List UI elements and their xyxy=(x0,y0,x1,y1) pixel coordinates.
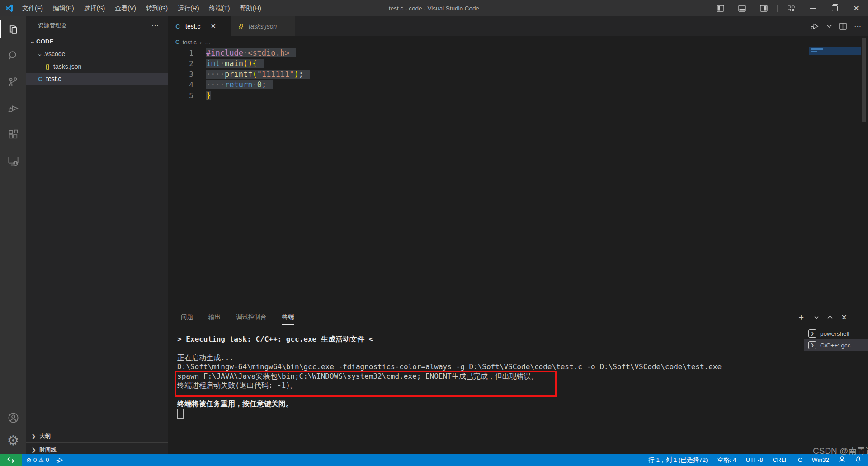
tab-label: test.c xyxy=(185,23,200,30)
tree-item--vscode[interactable]: ⌄.vscode xyxy=(26,48,168,61)
outline-section[interactable]: ❯大纲 xyxy=(26,429,168,443)
menu-item-1[interactable]: 编辑(E) xyxy=(48,0,79,16)
line-number: 4 xyxy=(168,80,193,90)
panel-tab-输出[interactable]: 输出 xyxy=(208,309,221,325)
warning-icon: ⚠ xyxy=(38,457,44,463)
close-tab-icon[interactable]: ✕ xyxy=(210,22,216,30)
terminal-instance-label: C/C++: gcc.... xyxy=(820,342,858,349)
problems-indicator[interactable]: ⊗ 0 ⚠ 0 xyxy=(26,456,49,463)
customize-layout-icon[interactable] xyxy=(782,0,800,16)
layout-sidebar-right-icon[interactable] xyxy=(755,0,773,16)
warning-count: 0 xyxy=(46,456,49,463)
code-line: ····return·0; xyxy=(206,80,273,90)
c-file-icon: C xyxy=(36,76,44,82)
terminal-instance-powershell[interactable]: ❯powershell xyxy=(804,328,868,339)
error-highlight-box xyxy=(175,371,557,397)
chevron-down-icon[interactable] xyxy=(827,24,832,28)
vscode-logo xyxy=(5,4,14,12)
run-c-file-icon[interactable] xyxy=(810,22,820,31)
source-control-icon[interactable] xyxy=(0,69,26,95)
accounts-icon[interactable] xyxy=(0,412,26,424)
bottom-panel: 问题输出调试控制台终端 ＋ ✕ > Executing task: C/C++:… xyxy=(168,309,868,454)
panel-tab-终端[interactable]: 终端 xyxy=(282,309,294,325)
chevron-down-icon: ⌄ xyxy=(28,38,38,44)
terminal-instance-label: powershell xyxy=(820,330,849,337)
terminal-icon: ❯ xyxy=(808,341,816,349)
run-debug-icon[interactable] xyxy=(0,95,26,121)
explorer-sidebar: 资源管理器 ⋯ ⌄CODE⌄.vscode{}tasks.jsonCtest.c… xyxy=(26,16,168,454)
editor-group: Ctest.c✕{}tasks.json ⋯ C test.c › … 1234… xyxy=(168,16,868,309)
tree-item-label: CODE xyxy=(36,38,54,45)
code-editor[interactable]: 12345#include·<stdio.h>int·main(){····pr… xyxy=(168,48,868,309)
minimap-selection[interactable] xyxy=(809,47,861,55)
terminal-list: ❯powershell❯C/C++: gcc.... xyxy=(804,328,868,438)
restore-button[interactable] xyxy=(826,0,844,16)
tree-item-CODE[interactable]: ⌄CODE xyxy=(26,35,168,48)
settings-gear-icon[interactable]: ⚙ xyxy=(0,434,26,447)
code-line: } xyxy=(206,90,211,101)
layout-sidebar-left-icon[interactable] xyxy=(711,0,729,16)
chevron-right-icon: › xyxy=(200,39,202,46)
terminal-instance-C-C-gcc-[interactable]: ❯C/C++: gcc.... xyxy=(804,339,868,351)
close-panel-icon[interactable]: ✕ xyxy=(841,313,847,322)
status-item-0[interactable]: 行 1，列 1 (已选择72) xyxy=(648,456,708,464)
menu-item-7[interactable]: 帮助(H) xyxy=(235,0,266,16)
watermark: CSDN @南青说 xyxy=(813,445,868,457)
breadcrumb-more[interactable]: … xyxy=(205,39,211,46)
breadcrumb-file[interactable]: test.c xyxy=(183,39,197,46)
feedback-person-icon[interactable] xyxy=(839,456,845,464)
line-number: 3 xyxy=(168,69,193,80)
json-file-icon: {} xyxy=(237,23,245,29)
timeline-label: 时间线 xyxy=(39,446,57,454)
tab-tasks-json[interactable]: {}tasks.json xyxy=(231,16,295,36)
status-item-1[interactable]: 空格: 4 xyxy=(717,456,736,464)
error-icon: ⊗ xyxy=(26,457,32,463)
c-file-icon: C xyxy=(174,23,182,30)
panel-actions: ＋ ✕ xyxy=(797,309,847,325)
menu-item-5[interactable]: 运行(R) xyxy=(173,0,204,16)
menu-item-4[interactable]: 转到(G) xyxy=(141,0,173,16)
tree-item-tasks-json[interactable]: {}tasks.json xyxy=(26,60,168,73)
editor-actions: ⋯ xyxy=(810,16,862,36)
json-file-icon: {} xyxy=(43,63,52,70)
tab-bar: Ctest.c✕{}tasks.json ⋯ xyxy=(168,16,868,36)
status-item-5[interactable]: Win32 xyxy=(812,456,829,463)
panel-tab-问题[interactable]: 问题 xyxy=(181,309,193,325)
new-terminal-icon[interactable]: ＋ xyxy=(797,311,806,323)
line-number: 5 xyxy=(168,90,193,101)
explorer-icon[interactable] xyxy=(0,16,26,43)
maximize-panel-icon[interactable] xyxy=(827,315,833,319)
error-count: 0 xyxy=(33,456,37,463)
status-item-4[interactable]: C xyxy=(798,456,802,463)
status-item-3[interactable]: CRLF xyxy=(773,456,788,463)
line-number: 1 xyxy=(168,48,193,58)
tab-test-c[interactable]: Ctest.c✕ xyxy=(168,16,231,36)
layout-panel-icon[interactable] xyxy=(733,0,751,16)
tree-item-test-c[interactable]: Ctest.c xyxy=(26,73,168,86)
more-actions-icon[interactable]: ⋯ xyxy=(854,22,862,31)
breadcrumb[interactable]: C test.c › … xyxy=(168,36,868,48)
divider xyxy=(777,5,778,12)
status-item-2[interactable]: UTF-8 xyxy=(745,456,763,463)
menu-item-0[interactable]: 文件(F) xyxy=(17,0,48,16)
editor-scrollbar[interactable] xyxy=(862,38,866,122)
window-controls: ✕ xyxy=(711,0,865,16)
remote-explorer-icon[interactable] xyxy=(0,147,26,174)
terminal-cursor xyxy=(177,409,184,419)
menu-item-2[interactable]: 选择(S) xyxy=(79,0,110,16)
panel-tab-调试控制台[interactable]: 调试控制台 xyxy=(236,309,267,325)
terminal-dropdown-icon[interactable] xyxy=(814,316,819,319)
more-actions-icon[interactable]: ⋯ xyxy=(151,21,159,29)
file-tree: ⌄CODE⌄.vscode{}tasks.jsonCtest.c xyxy=(26,35,168,85)
close-button[interactable]: ✕ xyxy=(847,0,865,16)
terminal-icon: ❯ xyxy=(808,329,816,338)
extensions-icon[interactable] xyxy=(0,121,26,147)
menu-item-3[interactable]: 查看(V) xyxy=(110,0,141,16)
remote-indicator[interactable] xyxy=(0,454,22,466)
minimize-button[interactable] xyxy=(804,0,822,16)
menu-item-6[interactable]: 终端(T) xyxy=(204,0,235,16)
split-editor-icon[interactable] xyxy=(839,23,847,30)
search-icon[interactable] xyxy=(0,43,26,69)
tree-item-label: tasks.json xyxy=(53,63,81,70)
task-running-icon[interactable] xyxy=(56,456,64,464)
